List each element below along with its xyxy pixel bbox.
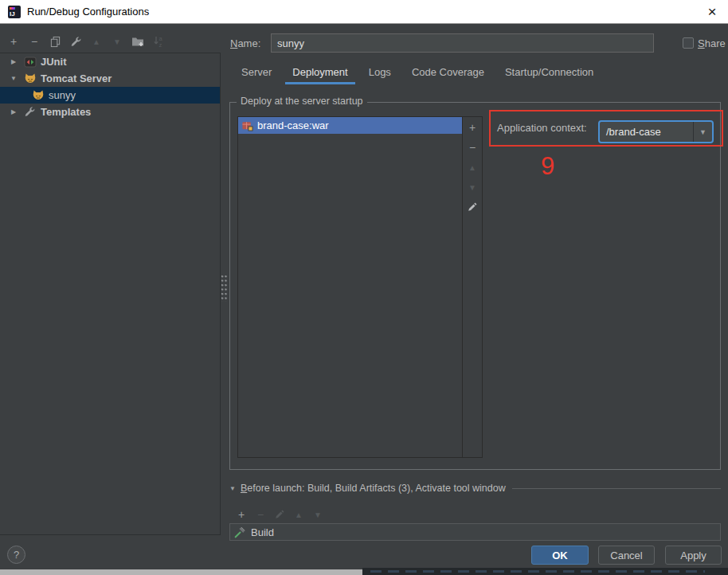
remove-task-button[interactable]: − xyxy=(252,507,269,522)
tree-item-junit[interactable]: ▶ JUnit xyxy=(0,53,220,70)
sort-configurations-icon[interactable]: az xyxy=(150,33,167,49)
tab-server[interactable]: Server xyxy=(234,64,279,84)
remove-configuration-button[interactable]: − xyxy=(25,33,43,49)
tree-item-tomcat-server[interactable]: ▼ Tomcat Server xyxy=(0,70,220,87)
tree-item-label: Templates xyxy=(41,106,91,118)
before-launch-toolbar: + − ▲ ▼ xyxy=(233,507,327,522)
share-checkbox[interactable] xyxy=(683,37,694,49)
move-down-button[interactable]: ▼ xyxy=(465,180,479,194)
tab-startup-connection[interactable]: Startup/Connection xyxy=(498,64,601,84)
build-hammer-icon xyxy=(234,526,246,538)
application-context-value: /brand-case xyxy=(600,122,693,142)
tree-item-sunyy[interactable]: sunyy xyxy=(0,87,220,104)
name-label: Name: xyxy=(230,37,260,49)
tab-logs[interactable]: Logs xyxy=(362,64,398,84)
add-configuration-button[interactable]: + xyxy=(5,33,22,49)
apply-button[interactable]: Apply xyxy=(665,546,722,565)
background-editor-sliver xyxy=(0,569,362,575)
move-down-button[interactable]: ▼ xyxy=(108,33,126,49)
artifact-icon xyxy=(241,119,253,131)
deploy-groupbox: Deploy at the server startup brand-case:… xyxy=(229,102,721,470)
before-launch-label: Before launch: Build, Build Artifacts (3… xyxy=(241,483,506,494)
tree-item-templates[interactable]: ▶ Templates xyxy=(0,104,220,120)
application-context-label: Application context: xyxy=(497,122,587,134)
move-up-button[interactable]: ▲ xyxy=(290,507,307,522)
before-launch-header: ▼ Before launch: Build, Build Artifacts … xyxy=(229,482,721,495)
move-up-button[interactable]: ▲ xyxy=(465,160,479,174)
deploy-group-label: Deploy at the server startup xyxy=(237,96,367,107)
application-context-combobox[interactable]: /brand-case ▼ xyxy=(598,120,714,143)
expand-expanded-icon[interactable]: ▼ xyxy=(10,75,18,82)
edit-defaults-wrench-icon[interactable] xyxy=(67,33,84,49)
move-down-button[interactable]: ▼ xyxy=(309,507,327,522)
edit-task-pencil-icon[interactable] xyxy=(271,507,288,522)
copy-configuration-icon[interactable] xyxy=(46,33,64,49)
separator-line xyxy=(512,488,721,489)
cancel-button[interactable]: Cancel xyxy=(598,546,655,565)
intellij-logo-icon: IJ xyxy=(8,6,21,18)
collapse-icon[interactable]: ▼ xyxy=(229,485,236,492)
tab-code-coverage[interactable]: Code Coverage xyxy=(405,64,491,84)
tree-item-label: JUnit xyxy=(41,56,67,68)
wrench-icon xyxy=(24,106,37,119)
svg-text:z: z xyxy=(159,41,162,49)
background-console-sliver xyxy=(362,568,728,575)
splitter-grip[interactable] xyxy=(221,275,228,302)
annotation-number: 9 xyxy=(541,152,554,181)
configurations-tree: ▶ JUnit ▼ Tomcat Server sunyy ▶ Tem xyxy=(0,53,221,535)
configurations-toolbar: + − ▲ ▼ az xyxy=(5,32,220,51)
expand-collapsed-icon[interactable]: ▶ xyxy=(10,58,18,65)
edit-artifact-pencil-icon[interactable] xyxy=(465,200,479,214)
add-task-button[interactable]: + xyxy=(233,507,250,522)
junit-icon xyxy=(24,56,37,68)
window-title: Run/Debug Configurations xyxy=(27,6,149,18)
tomcat-icon xyxy=(24,72,37,85)
expand-collapsed-icon[interactable]: ▶ xyxy=(10,108,18,115)
close-icon[interactable]: × xyxy=(701,2,723,22)
remove-artifact-button[interactable]: − xyxy=(465,140,479,155)
artifact-list: brand-case:war xyxy=(237,116,463,458)
title-bar: IJ Run/Debug Configurations × xyxy=(0,0,728,24)
add-artifact-button[interactable]: + xyxy=(465,120,479,135)
chevron-down-icon[interactable]: ▼ xyxy=(693,122,712,142)
tree-item-label: Tomcat Server xyxy=(41,72,112,84)
share-label[interactable]: Share xyxy=(698,37,726,49)
help-button[interactable]: ? xyxy=(7,546,25,564)
ok-button[interactable]: OK xyxy=(531,546,589,565)
settings-tabs: Server Deployment Logs Code Coverage Sta… xyxy=(234,64,601,84)
artifact-row-brand-case-war[interactable]: brand-case:war xyxy=(238,117,462,134)
artifact-list-toolbar: + − ▲ ▼ xyxy=(463,116,483,458)
tab-deployment[interactable]: Deployment xyxy=(285,64,354,84)
tomcat-icon xyxy=(32,89,45,102)
task-label: Build xyxy=(251,526,274,538)
new-folder-icon[interactable] xyxy=(129,33,147,49)
run-debug-configurations-dialog: IJ Run/Debug Configurations × + − ▲ ▼ az… xyxy=(0,0,728,575)
move-up-button[interactable]: ▲ xyxy=(88,33,105,49)
before-launch-task-build[interactable]: Build xyxy=(229,523,721,541)
artifact-label: brand-case:war xyxy=(257,119,329,131)
tree-item-label: sunyy xyxy=(49,89,76,101)
name-input[interactable] xyxy=(271,33,654,53)
